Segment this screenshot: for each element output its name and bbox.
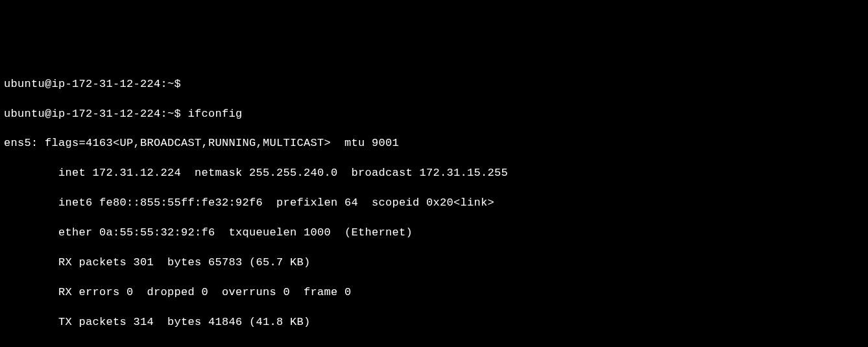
iface-ens5-tx-packets: TX packets 314 bytes 41846 (41.8 KB) bbox=[4, 315, 864, 330]
prompt-line-empty: ubuntu@ip-172-31-12-224:~$ bbox=[4, 77, 864, 92]
iface-ens5-inet6: inet6 fe80::855:55ff:fe32:92f6 prefixlen… bbox=[4, 196, 864, 211]
terminal-output[interactable]: ubuntu@ip-172-31-12-224:~$ ubuntu@ip-172… bbox=[4, 62, 864, 347]
command-line-ifconfig: ubuntu@ip-172-31-12-224:~$ ifconfig bbox=[4, 107, 864, 122]
iface-ens5-rx-errors: RX errors 0 dropped 0 overruns 0 frame 0 bbox=[4, 285, 864, 300]
iface-ens5-tx-errors: TX errors 0 dropped 0 overruns 0 carrier… bbox=[4, 345, 864, 347]
iface-ens5-inet: inet 172.31.12.224 netmask 255.255.240.0… bbox=[4, 166, 864, 181]
iface-ens5-ether: ether 0a:55:55:32:92:f6 txqueuelen 1000 … bbox=[4, 226, 864, 241]
iface-ens5-header: ens5: flags=4163<UP,BROADCAST,RUNNING,MU… bbox=[4, 136, 864, 151]
iface-ens5-rx-packets: RX packets 301 bytes 65783 (65.7 KB) bbox=[4, 256, 864, 270]
